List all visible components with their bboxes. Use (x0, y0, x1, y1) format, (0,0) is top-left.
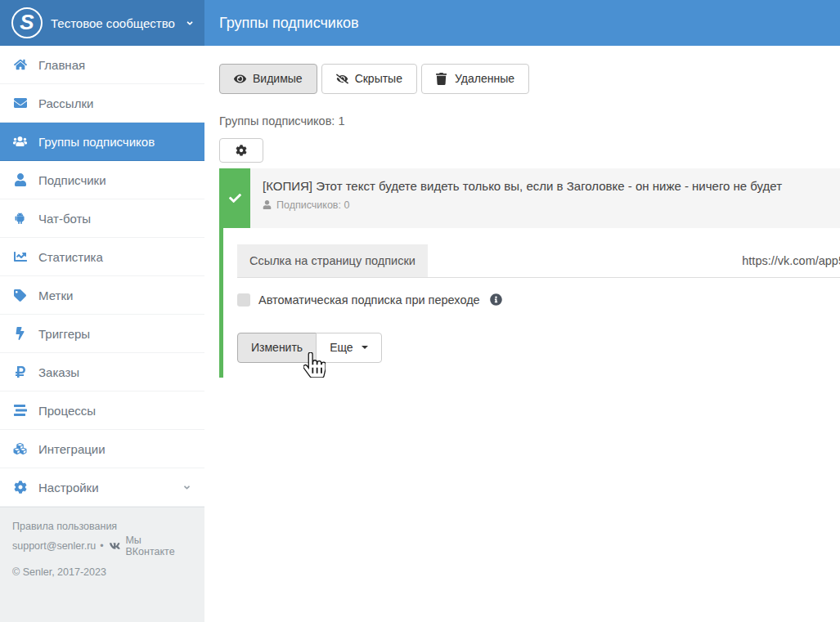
stream-icon (13, 404, 27, 418)
check-icon (229, 192, 241, 204)
more-button[interactable]: Еще (316, 333, 382, 363)
eye-icon (234, 73, 246, 85)
tag-icon (13, 289, 27, 302)
sidebar-item-label: Рассылки (38, 96, 93, 110)
ruble-icon (13, 365, 27, 379)
group-card-header[interactable]: [КОПИЯ] Этот текст будете видеть только … (219, 168, 840, 228)
senler-logo-icon: S (11, 7, 43, 38)
vk-icon (108, 541, 122, 551)
sidebar-item-label: Чат-боты (38, 212, 91, 226)
trash-icon (436, 73, 448, 85)
sidebar-nav: Главная Рассылки Группы подписчиков Подп… (0, 46, 204, 507)
groups-count: Группы подписчиков: 1 (219, 114, 840, 128)
sidebar-item-subscriber-groups[interactable]: Группы подписчиков (0, 123, 204, 161)
sidebar: S Тестовое сообщество Главная Рассылки Г… (0, 0, 204, 622)
edit-button[interactable]: Изменить (237, 333, 317, 363)
user-icon (13, 173, 27, 187)
sidebar-item-label: Заказы (38, 365, 79, 379)
sidebar-item-settings[interactable]: Настройки (0, 468, 204, 507)
sidebar-item-label: Статистика (38, 250, 103, 264)
sidebar-item-label: Главная (38, 58, 85, 72)
page-header: Группы подписчиков (204, 0, 840, 46)
sidebar-item-tags[interactable]: Метки (0, 276, 204, 315)
sidebar-item-orders[interactable]: Заказы (0, 353, 204, 392)
vk-community-link[interactable]: Мы ВКонтакте (125, 535, 192, 557)
group-title: [КОПИЯ] Этот текст будете видеть только … (263, 179, 782, 193)
group-card-head-main: [КОПИЯ] Этот текст будете видеть только … (250, 168, 794, 228)
sidebar-item-label: Группы подписчиков (38, 135, 155, 149)
separator-dot: • (100, 540, 103, 552)
cubes-icon (13, 442, 27, 456)
filter-hidden-button[interactable]: Скрытые (321, 64, 417, 94)
sidebar-item-mailings[interactable]: Рассылки (0, 84, 204, 123)
main-area: Группы подписчиков Видимые Скрытые Удале… (204, 0, 840, 622)
subscription-link-row[interactable]: Ссылка на страницу подписки https://vk.c… (237, 244, 840, 278)
chevron-down-icon (186, 19, 193, 28)
filter-deleted-button[interactable]: Удаленные (421, 64, 529, 94)
support-email-link[interactable]: support@senler.ru (12, 540, 96, 552)
visibility-filter-group: Видимые Скрытые Удаленные (219, 64, 840, 94)
users-icon (13, 135, 27, 149)
terms-link[interactable]: Правила пользования (12, 521, 117, 532)
subscriber-group-card: [КОПИЯ] Этот текст будете видеть только … (219, 168, 840, 378)
group-subscribers: Подписчиков: 0 (263, 199, 782, 211)
copyright-text: © Senler, 2017-2023 (12, 566, 192, 578)
group-status-check (219, 168, 250, 228)
community-name: Тестовое сообщество (51, 16, 175, 30)
info-icon[interactable] (490, 293, 502, 306)
sidebar-item-label: Интеграции (38, 442, 106, 456)
sidebar-item-triggers[interactable]: Триггеры (0, 315, 204, 353)
user-icon (263, 200, 272, 209)
sidebar-item-label: Подписчики (38, 173, 106, 187)
gears-icon (13, 481, 27, 494)
caret-down-icon (362, 346, 368, 349)
filter-hidden-label: Скрытые (355, 71, 402, 87)
more-button-label: Еще (330, 340, 353, 356)
sidebar-item-processes[interactable]: Процессы (0, 392, 204, 430)
group-card-body: Ссылка на страницу подписки https://vk.c… (219, 228, 840, 378)
filter-visible-label: Видимые (253, 71, 303, 87)
group-actions: Изменить Еще (237, 333, 840, 363)
gear-icon (236, 145, 247, 156)
sidebar-item-label: Настройки (38, 481, 99, 494)
sidebar-item-statistics[interactable]: Статистика (0, 238, 204, 276)
list-settings-button[interactable] (219, 138, 263, 163)
subscribers-count-label: Подписчиков: 0 (276, 199, 349, 211)
envelope-icon (13, 96, 27, 110)
sidebar-item-subscribers[interactable]: Подписчики (0, 161, 204, 199)
sidebar-item-label: Процессы (38, 404, 96, 418)
app-window: S Тестовое сообщество Главная Рассылки Г… (0, 0, 840, 622)
sidebar-item-home[interactable]: Главная (0, 46, 204, 84)
chevron-down-icon (182, 483, 191, 492)
content: Видимые Скрытые Удаленные Группы подписч… (204, 46, 840, 622)
edit-button-label: Изменить (251, 340, 303, 356)
sidebar-item-integrations[interactable]: Интеграции (0, 430, 204, 468)
robot-icon (13, 212, 27, 226)
chart-line-icon (13, 250, 27, 264)
sidebar-item-label: Метки (38, 289, 73, 302)
auto-subscribe-row[interactable]: Автоматическая подписка при переходе (237, 285, 840, 315)
auto-subscribe-label: Автоматическая подписка при переходе (258, 293, 480, 307)
bolt-icon (13, 327, 27, 341)
filter-visible-button[interactable]: Видимые (219, 64, 317, 94)
sidebar-item-label: Триггеры (38, 327, 90, 341)
subscription-link-url[interactable]: https://vk.com/app5 (742, 254, 840, 267)
page-title: Группы подписчиков (219, 15, 359, 32)
filter-deleted-label: Удаленные (455, 71, 514, 87)
community-selector[interactable]: S Тестовое сообщество (0, 0, 204, 46)
eye-slash-icon (336, 73, 348, 85)
sidebar-item-chatbots[interactable]: Чат-боты (0, 199, 204, 238)
subscription-link-label: Ссылка на страницу подписки (237, 244, 428, 277)
auto-subscribe-checkbox[interactable] (237, 293, 250, 307)
sidebar-footer: Правила пользования support@senler.ru • … (0, 507, 204, 622)
home-icon (13, 58, 27, 72)
